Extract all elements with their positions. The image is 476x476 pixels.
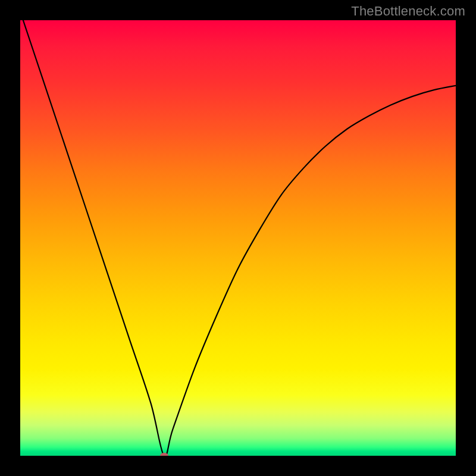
chart-frame: TheBottleneck.com bbox=[0, 0, 476, 476]
plot-area bbox=[20, 20, 456, 456]
optimal-point-marker bbox=[160, 453, 168, 456]
bottleneck-curve bbox=[20, 20, 456, 456]
watermark-text: TheBottleneck.com bbox=[351, 4, 465, 19]
